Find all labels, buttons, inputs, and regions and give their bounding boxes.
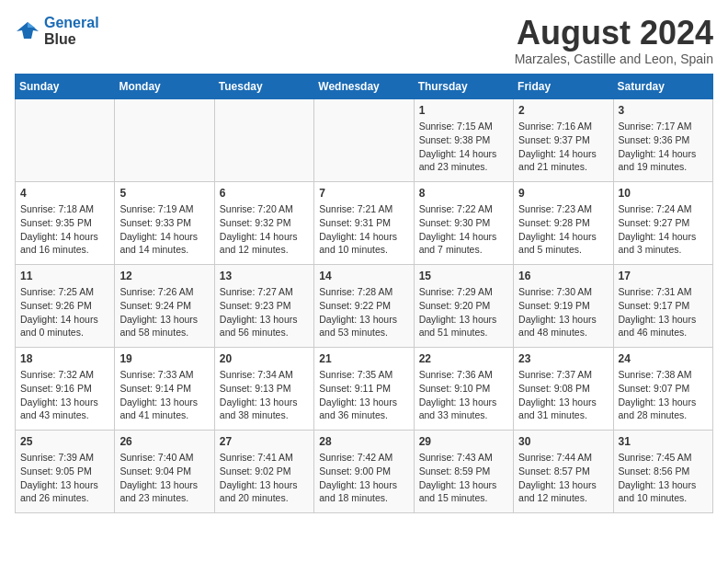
day-number: 4: [20, 186, 109, 201]
logo-icon: [15, 18, 40, 44]
day-info: Sunrise: 7:17 AM Sunset: 9:36 PM Dayligh…: [619, 120, 708, 174]
calendar-cell: 27Sunrise: 7:41 AM Sunset: 9:02 PM Dayli…: [214, 430, 313, 512]
day-info: Sunrise: 7:30 AM Sunset: 9:19 PM Dayligh…: [518, 285, 608, 339]
day-number: 18: [20, 351, 109, 367]
svg-marker-1: [28, 22, 35, 28]
calendar-cell: 6Sunrise: 7:20 AM Sunset: 9:32 PM Daylig…: [214, 181, 313, 264]
calendar-cell: 2Sunrise: 7:16 AM Sunset: 9:37 PM Daylig…: [514, 98, 613, 181]
calendar-cell: 4Sunrise: 7:18 AM Sunset: 9:35 PM Daylig…: [16, 181, 115, 264]
main-title: August 2024: [515, 15, 713, 52]
calendar-cell: 16Sunrise: 7:30 AM Sunset: 9:19 PM Dayli…: [514, 264, 613, 347]
day-info: Sunrise: 7:38 AM Sunset: 9:07 PM Dayligh…: [619, 368, 708, 422]
calendar-cell: 24Sunrise: 7:38 AM Sunset: 9:07 PM Dayli…: [613, 347, 712, 430]
day-info: Sunrise: 7:34 AM Sunset: 9:13 PM Dayligh…: [220, 368, 309, 422]
column-header-sunday: Sunday: [16, 74, 115, 98]
calendar-cell: 25Sunrise: 7:39 AM Sunset: 9:05 PM Dayli…: [16, 430, 115, 512]
day-info: Sunrise: 7:36 AM Sunset: 9:10 PM Dayligh…: [419, 368, 508, 422]
column-header-tuesday: Tuesday: [214, 74, 313, 98]
day-number: 16: [518, 269, 608, 284]
logo-text: General Blue: [44, 15, 99, 47]
column-header-monday: Monday: [115, 74, 214, 98]
column-header-thursday: Thursday: [414, 74, 513, 98]
calendar-cell: 26Sunrise: 7:40 AM Sunset: 9:04 PM Dayli…: [115, 430, 214, 512]
column-header-friday: Friday: [514, 74, 613, 98]
day-number: 13: [220, 269, 309, 284]
calendar-cell: 13Sunrise: 7:27 AM Sunset: 9:23 PM Dayli…: [214, 264, 313, 347]
day-number: 10: [619, 186, 708, 201]
calendar-cell: [214, 98, 313, 181]
calendar-cell: 14Sunrise: 7:28 AM Sunset: 9:22 PM Dayli…: [314, 264, 414, 347]
day-number: 7: [319, 186, 408, 201]
day-number: 15: [419, 269, 508, 284]
day-info: Sunrise: 7:28 AM Sunset: 9:22 PM Dayligh…: [319, 285, 408, 339]
day-number: 19: [119, 351, 209, 367]
day-number: 22: [419, 351, 508, 367]
calendar-cell: 12Sunrise: 7:26 AM Sunset: 9:24 PM Dayli…: [115, 264, 214, 347]
calendar-cell: 20Sunrise: 7:34 AM Sunset: 9:13 PM Dayli…: [214, 347, 313, 430]
day-number: 26: [119, 434, 209, 450]
calendar-cell: [16, 98, 115, 181]
calendar-cell: 15Sunrise: 7:29 AM Sunset: 9:20 PM Dayli…: [414, 264, 513, 347]
calendar-cell: 31Sunrise: 7:45 AM Sunset: 8:56 PM Dayli…: [613, 430, 712, 512]
day-info: Sunrise: 7:37 AM Sunset: 9:08 PM Dayligh…: [518, 368, 608, 422]
calendar-cell: 19Sunrise: 7:33 AM Sunset: 9:14 PM Dayli…: [115, 347, 214, 430]
day-number: 29: [419, 434, 508, 450]
calendar-cell: 28Sunrise: 7:42 AM Sunset: 9:00 PM Dayli…: [314, 430, 414, 512]
day-number: 27: [220, 434, 309, 450]
day-info: Sunrise: 7:33 AM Sunset: 9:14 PM Dayligh…: [119, 368, 209, 422]
day-info: Sunrise: 7:22 AM Sunset: 9:30 PM Dayligh…: [419, 202, 508, 257]
column-header-saturday: Saturday: [613, 74, 712, 98]
calendar-cell: 7Sunrise: 7:21 AM Sunset: 9:31 PM Daylig…: [314, 181, 414, 264]
calendar-week-row: 4Sunrise: 7:18 AM Sunset: 9:35 PM Daylig…: [16, 181, 713, 264]
day-info: Sunrise: 7:21 AM Sunset: 9:31 PM Dayligh…: [319, 202, 408, 257]
day-info: Sunrise: 7:42 AM Sunset: 9:00 PM Dayligh…: [319, 451, 408, 505]
subtitle: Marzales, Castille and Leon, Spain: [515, 52, 713, 66]
day-number: 1: [419, 103, 508, 119]
calendar-cell: 11Sunrise: 7:25 AM Sunset: 9:26 PM Dayli…: [16, 264, 115, 347]
day-info: Sunrise: 7:20 AM Sunset: 9:32 PM Dayligh…: [220, 202, 309, 257]
calendar-cell: [115, 98, 214, 181]
calendar-cell: 18Sunrise: 7:32 AM Sunset: 9:16 PM Dayli…: [16, 347, 115, 430]
day-info: Sunrise: 7:15 AM Sunset: 9:38 PM Dayligh…: [419, 120, 508, 174]
day-info: Sunrise: 7:44 AM Sunset: 8:57 PM Dayligh…: [518, 451, 608, 505]
calendar-cell: 1Sunrise: 7:15 AM Sunset: 9:38 PM Daylig…: [414, 98, 513, 181]
day-number: 2: [518, 103, 608, 119]
day-info: Sunrise: 7:43 AM Sunset: 8:59 PM Dayligh…: [419, 451, 508, 505]
day-number: 6: [220, 186, 309, 201]
calendar-cell: 5Sunrise: 7:19 AM Sunset: 9:33 PM Daylig…: [115, 181, 214, 264]
day-info: Sunrise: 7:45 AM Sunset: 8:56 PM Dayligh…: [619, 451, 708, 505]
calendar-cell: 22Sunrise: 7:36 AM Sunset: 9:10 PM Dayli…: [414, 347, 513, 430]
calendar-cell: 3Sunrise: 7:17 AM Sunset: 9:36 PM Daylig…: [613, 98, 712, 181]
calendar-cell: 8Sunrise: 7:22 AM Sunset: 9:30 PM Daylig…: [414, 181, 513, 264]
day-info: Sunrise: 7:40 AM Sunset: 9:04 PM Dayligh…: [119, 451, 209, 505]
day-info: Sunrise: 7:18 AM Sunset: 9:35 PM Dayligh…: [20, 202, 109, 257]
day-number: 14: [319, 269, 408, 284]
day-info: Sunrise: 7:16 AM Sunset: 9:37 PM Dayligh…: [518, 120, 608, 174]
day-number: 20: [220, 351, 309, 367]
day-number: 8: [419, 186, 508, 201]
day-number: 9: [518, 186, 608, 201]
calendar-cell: 9Sunrise: 7:23 AM Sunset: 9:28 PM Daylig…: [514, 181, 613, 264]
calendar-table: SundayMondayTuesdayWednesdayThursdayFrid…: [15, 74, 713, 513]
day-info: Sunrise: 7:24 AM Sunset: 9:27 PM Dayligh…: [619, 202, 708, 257]
day-info: Sunrise: 7:25 AM Sunset: 9:26 PM Dayligh…: [20, 285, 109, 339]
calendar-cell: 21Sunrise: 7:35 AM Sunset: 9:11 PM Dayli…: [314, 347, 414, 430]
day-number: 3: [619, 103, 708, 119]
day-info: Sunrise: 7:32 AM Sunset: 9:16 PM Dayligh…: [20, 368, 109, 422]
calendar-cell: 23Sunrise: 7:37 AM Sunset: 9:08 PM Dayli…: [514, 347, 613, 430]
title-block: August 2024 Marzales, Castille and Leon,…: [515, 15, 713, 66]
calendar-week-row: 18Sunrise: 7:32 AM Sunset: 9:16 PM Dayli…: [16, 347, 713, 430]
column-header-wednesday: Wednesday: [314, 74, 414, 98]
day-info: Sunrise: 7:41 AM Sunset: 9:02 PM Dayligh…: [220, 451, 309, 505]
day-number: 31: [619, 434, 708, 450]
day-info: Sunrise: 7:19 AM Sunset: 9:33 PM Dayligh…: [119, 202, 209, 257]
day-number: 5: [119, 186, 209, 201]
calendar-week-row: 1Sunrise: 7:15 AM Sunset: 9:38 PM Daylig…: [16, 98, 713, 181]
day-number: 28: [319, 434, 408, 450]
calendar-cell: 30Sunrise: 7:44 AM Sunset: 8:57 PM Dayli…: [514, 430, 613, 512]
day-info: Sunrise: 7:31 AM Sunset: 9:17 PM Dayligh…: [619, 285, 708, 339]
day-number: 17: [619, 269, 708, 284]
day-info: Sunrise: 7:29 AM Sunset: 9:20 PM Dayligh…: [419, 285, 508, 339]
day-number: 25: [20, 434, 109, 450]
calendar-header-row: SundayMondayTuesdayWednesdayThursdayFrid…: [16, 74, 713, 98]
